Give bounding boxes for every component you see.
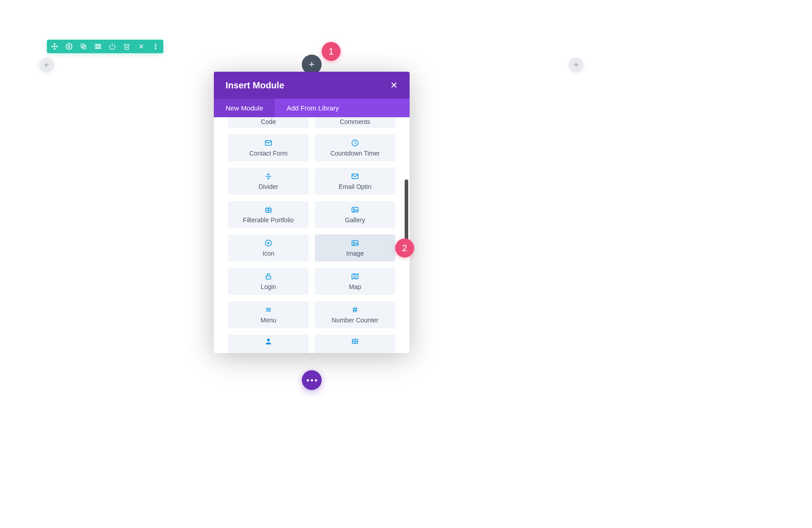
svg-point-11 (155, 48, 156, 49)
hash-icon (351, 306, 359, 314)
module-login[interactable]: Login (228, 268, 309, 295)
svg-point-0 (68, 46, 70, 47)
image-icon (351, 206, 359, 214)
grid-icon (264, 206, 272, 214)
annotation-badge-2: 2 (395, 239, 414, 257)
grid-icon (351, 337, 359, 345)
page-settings-button[interactable] (302, 370, 322, 390)
power-icon[interactable] (108, 42, 116, 51)
module-divider[interactable]: Divider (228, 168, 309, 195)
gear-icon[interactable] (65, 42, 73, 51)
modal-body: Code Comments Contact Form (214, 117, 410, 353)
tab-new-module[interactable]: New Module (214, 99, 275, 117)
module-comments[interactable]: Comments (315, 117, 395, 128)
close-icon[interactable] (137, 42, 145, 51)
dot-icon (307, 379, 309, 381)
tab-add-from-library[interactable]: Add From Library (275, 99, 351, 117)
module-person[interactable]: Person (228, 335, 309, 353)
svg-rect-4 (97, 44, 99, 48)
module-contact-form[interactable]: Contact Form (228, 134, 309, 161)
svg-rect-3 (95, 44, 97, 48)
insert-module-modal: Insert Module ✕ New Module Add From Libr… (214, 72, 410, 353)
add-section-right-button[interactable]: + (569, 58, 583, 72)
dot-icon (311, 379, 313, 381)
module-map[interactable]: Map (315, 268, 395, 295)
user-icon (264, 337, 272, 345)
row-toolbar (47, 40, 163, 53)
svg-line-36 (354, 307, 355, 312)
annotation-badge-1: 1 (322, 42, 341, 61)
clock-icon (351, 139, 359, 147)
module-label: Menu (260, 317, 276, 324)
move-icon[interactable] (51, 42, 59, 51)
modal-tabs: New Module Add From Library (214, 99, 410, 117)
mail-icon (264, 139, 272, 147)
star-circle-icon (264, 239, 272, 247)
image-icon (351, 239, 359, 247)
module-icon[interactable]: Icon (228, 234, 309, 262)
lock-icon (264, 272, 272, 280)
module-menu[interactable]: Menu (228, 301, 309, 328)
module-image[interactable]: Image (315, 234, 395, 262)
svg-point-38 (267, 339, 270, 341)
mail-icon (351, 172, 359, 180)
svg-point-22 (353, 209, 354, 210)
svg-rect-25 (352, 241, 358, 246)
dot-icon (315, 379, 317, 381)
module-label: Login (261, 283, 276, 290)
module-label: Number Counter (332, 317, 378, 324)
module-label: Code (261, 118, 276, 125)
more-vertical-icon[interactable] (152, 42, 160, 51)
add-section-left-button[interactable]: + (39, 58, 54, 72)
columns-icon[interactable] (94, 42, 102, 51)
modal-close-button[interactable]: ✕ (390, 80, 398, 91)
trash-icon[interactable] (123, 42, 131, 51)
module-filterable-portfolio[interactable]: Filterable Portfolio (228, 201, 309, 228)
module-label: Contact Form (249, 150, 288, 157)
svg-point-10 (155, 46, 156, 47)
svg-marker-28 (352, 274, 358, 279)
module-grid: Code Comments Contact Form (228, 117, 395, 353)
module-label: Map (349, 283, 361, 290)
module-label: Gallery (345, 216, 365, 224)
modal-header: Insert Module ✕ (214, 72, 410, 99)
svg-marker-24 (267, 242, 270, 244)
module-label: Filterable Portfolio (243, 216, 294, 224)
module-gallery[interactable]: Gallery (315, 201, 395, 228)
module-email-optin[interactable]: Email Optin (315, 168, 395, 195)
svg-point-26 (353, 242, 354, 243)
module-scroll[interactable]: Code Comments Contact Form (214, 117, 410, 353)
module-countdown-timer[interactable]: Countdown Timer (315, 134, 395, 161)
map-icon (351, 272, 359, 280)
module-number-counter[interactable]: Number Counter (315, 301, 395, 328)
modal-title: Insert Module (226, 80, 284, 91)
menu-icon (264, 306, 272, 314)
module-label: Image (346, 250, 364, 257)
module-label: Email Optin (339, 183, 371, 190)
svg-point-9 (155, 44, 156, 45)
duplicate-icon[interactable] (79, 42, 88, 51)
module-label: Icon (263, 250, 274, 257)
module-label: Divider (258, 183, 278, 190)
module-portfolio[interactable]: Portfolio (315, 335, 395, 353)
svg-rect-5 (99, 44, 101, 48)
module-label: Comments (340, 118, 370, 125)
module-label: Countdown Timer (330, 150, 380, 157)
svg-rect-27 (266, 276, 271, 279)
svg-rect-21 (352, 207, 358, 212)
module-code[interactable]: Code (228, 117, 309, 128)
divider-icon (264, 172, 272, 180)
svg-line-37 (356, 307, 357, 312)
